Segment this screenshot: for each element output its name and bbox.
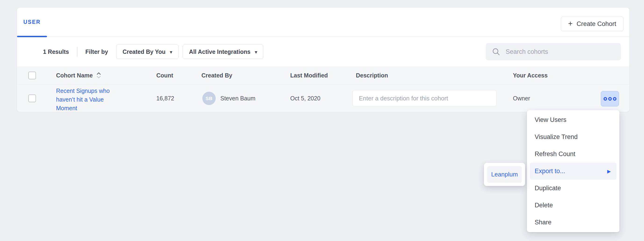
cohort-name-header-label: Cohort Name — [56, 72, 93, 79]
cohorts-panel: USER + Create Cohort 1 Results Filter by… — [17, 8, 630, 112]
menu-item-delete[interactable]: Delete — [527, 197, 620, 214]
ellipsis-icon — [613, 97, 616, 101]
submenu-item-leanplum[interactable]: Leanplum — [487, 166, 522, 183]
caret-down-icon: ▾ — [255, 49, 257, 55]
caret-down-icon: ▾ — [170, 49, 172, 55]
integrations-filter-value: All Active Integrations — [189, 49, 250, 55]
sort-icon — [96, 72, 102, 79]
ellipsis-icon — [604, 97, 607, 101]
active-tab-underline — [17, 36, 47, 37]
table-header: Cohort Name Count Created By Last Modifi… — [17, 67, 629, 84]
last-modified-column-header: Last Modified — [290, 72, 328, 79]
filter-by-label: Filter by — [85, 49, 108, 55]
created-by-name: Steven Baum — [220, 95, 256, 102]
results-count: 1 Results — [43, 49, 69, 55]
row-checkbox[interactable] — [28, 95, 36, 102]
plus-icon: + — [568, 20, 572, 27]
search-input[interactable] — [506, 48, 615, 56]
access-level: Owner — [513, 95, 530, 102]
create-cohort-label: Create Cohort — [576, 20, 616, 28]
ellipsis-icon — [608, 97, 612, 101]
vertical-divider — [77, 47, 77, 57]
cohort-name-column-header[interactable]: Cohort Name — [56, 72, 102, 79]
integrations-filter-dropdown[interactable]: All Active Integrations ▾ — [183, 45, 264, 59]
last-modified-date: Oct 5, 2020 — [290, 95, 320, 102]
menu-item-visualize-trend[interactable]: Visualize Trend — [527, 128, 620, 146]
your-access-column-header: Your Access — [513, 72, 548, 79]
avatar: SB — [202, 92, 216, 105]
menu-item-refresh-count[interactable]: Refresh Count — [527, 146, 620, 163]
menu-item-export-to-label: Export to... — [535, 167, 565, 175]
more-actions-button[interactable] — [601, 91, 619, 106]
cohort-name-link[interactable]: Recent Signups who haven’t hit a Value M… — [56, 87, 120, 113]
menu-item-export-to[interactable]: Export to... ▶ — [530, 163, 616, 180]
created-by-filter-value: Created By You — [122, 49, 166, 55]
search-icon — [492, 48, 500, 56]
tab-user[interactable]: USER — [17, 8, 47, 37]
tab-bar: USER + Create Cohort — [17, 8, 629, 37]
created-by-column-header: Created By — [202, 72, 232, 79]
tab-user-label: USER — [23, 19, 41, 25]
create-cohort-button[interactable]: + Create Cohort — [561, 17, 624, 31]
created-by-filter-dropdown[interactable]: Created By You ▾ — [116, 45, 178, 59]
search-box[interactable] — [486, 43, 621, 60]
menu-item-view-users[interactable]: View Users — [527, 111, 620, 128]
description-column-header: Description — [356, 72, 388, 79]
menu-item-duplicate[interactable]: Duplicate — [527, 180, 620, 197]
table-row: Recent Signups who haven’t hit a Value M… — [17, 84, 629, 112]
cohort-count: 16,872 — [156, 95, 174, 102]
export-submenu: Leanplum — [484, 163, 525, 186]
description-input[interactable] — [352, 90, 496, 106]
menu-item-share[interactable]: Share — [527, 214, 620, 231]
row-actions-menu: View Users Visualize Trend Refresh Count… — [527, 110, 620, 232]
avatar-initials: SB — [206, 96, 212, 101]
count-column-header: Count — [156, 72, 173, 79]
submenu-arrow-icon: ▶ — [607, 168, 611, 174]
select-all-checkbox[interactable] — [28, 72, 36, 79]
